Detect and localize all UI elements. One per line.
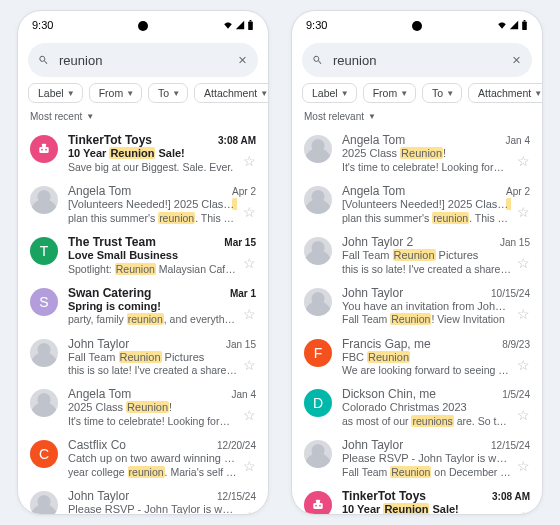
email-row[interactable]: TThe Trust TeamMar 15Love Small Business…	[18, 230, 268, 281]
star-icon[interactable]: ☆	[243, 153, 256, 169]
email-row[interactable]: TinkerTot Toys3:08 AM10 Year Reunion Sal…	[18, 128, 268, 179]
star-icon[interactable]: ☆	[243, 306, 256, 322]
star-icon[interactable]: ☆	[517, 204, 530, 220]
subject: 10 Year Reunion Sale!	[342, 503, 511, 514]
chip-from[interactable]: From▼	[89, 83, 142, 103]
subject: Colorado Christmas 2023	[342, 401, 511, 415]
sort-dropdown[interactable]: Most recent ▼	[18, 109, 268, 128]
star-icon[interactable]: ☆	[517, 509, 530, 514]
chip-label[interactable]: Label▼	[28, 83, 83, 103]
avatar[interactable]: T	[30, 237, 58, 265]
avatar[interactable]	[30, 339, 58, 367]
email-row[interactable]: John Taylor 2Jan 15Fall Team Reunion Pic…	[292, 230, 542, 281]
star-icon[interactable]: ☆	[243, 509, 256, 514]
sort-label: Most relevant	[304, 111, 364, 122]
email-row[interactable]: John Taylor12/15/24Please RSVP - John Ta…	[292, 433, 542, 484]
chip-label[interactable]: Label▼	[302, 83, 357, 103]
avatar[interactable]	[30, 491, 58, 514]
clear-icon[interactable]	[237, 52, 248, 68]
svg-point-5	[45, 149, 47, 151]
star-icon[interactable]: ☆	[517, 153, 530, 169]
email-row[interactable]: Angela TomJan 42025 Class Reunion!It's t…	[292, 128, 542, 179]
chip-to[interactable]: To▼	[422, 83, 462, 103]
email-row[interactable]: DDickson Chin, me1/5/24Colorado Christma…	[292, 382, 542, 433]
email-row[interactable]: Angela TomApr 2[Volunteers Needed!] 2025…	[18, 179, 268, 230]
chevron-down-icon: ▼	[260, 89, 268, 98]
svg-rect-8	[313, 503, 322, 509]
avatar[interactable]: F	[304, 339, 332, 367]
svg-rect-3	[42, 144, 46, 147]
signal-icon	[235, 20, 245, 30]
sender: Dickson Chin, me	[342, 387, 436, 401]
chip-attachment[interactable]: Attachment▼	[468, 83, 543, 103]
search-bar[interactable]	[302, 43, 532, 77]
email-row[interactable]: TinkerTot Toys3:08 AM10 Year Reunion Sal…	[292, 484, 542, 514]
star-icon[interactable]: ☆	[517, 357, 530, 373]
sort-dropdown[interactable]: Most relevant ▼	[292, 109, 542, 128]
sender: Angela Tom	[68, 387, 131, 401]
star-icon[interactable]: ☆	[243, 357, 256, 373]
star-icon[interactable]: ☆	[243, 407, 256, 423]
chevron-down-icon: ▼	[368, 112, 376, 121]
subject: Please RSVP - John Taylor is waiting for…	[68, 503, 237, 514]
camera-cutout	[138, 21, 148, 31]
date: 8/9/23	[502, 339, 530, 350]
search-input[interactable]	[57, 52, 229, 69]
star-icon[interactable]: ☆	[517, 306, 530, 322]
signal-icon	[509, 20, 519, 30]
sender: TinkerTot Toys	[342, 489, 426, 503]
email-row[interactable]: John Taylor10/15/24You have an invitatio…	[292, 281, 542, 332]
email-row[interactable]: Angela TomApr 2[Volunteers Needed!] 2025…	[292, 179, 542, 230]
search-icon	[312, 52, 323, 68]
avatar[interactable]: S	[30, 288, 58, 316]
date: 1/5/24	[502, 389, 530, 400]
chip-to[interactable]: To▼	[148, 83, 188, 103]
subject: You have an invitation from John Taylor!	[342, 300, 511, 314]
star-icon[interactable]: ☆	[517, 458, 530, 474]
avatar[interactable]: D	[304, 389, 332, 417]
chip-attachment[interactable]: Attachment▼	[194, 83, 269, 103]
clear-icon[interactable]	[511, 52, 522, 68]
search-input[interactable]	[331, 52, 503, 69]
date: Jan 15	[226, 339, 256, 350]
chevron-down-icon: ▼	[400, 89, 408, 98]
star-icon[interactable]: ☆	[243, 204, 256, 220]
email-row[interactable]: Angela TomJan 42025 Class Reunion!It's t…	[18, 382, 268, 433]
svg-rect-9	[316, 500, 320, 503]
star-icon[interactable]: ☆	[517, 255, 530, 271]
filter-chips: Label▼ From▼ To▼ Attachment▼	[18, 83, 268, 109]
avatar[interactable]	[30, 186, 58, 214]
snippet: as most of our reunions are. So thankful…	[342, 415, 511, 428]
avatar[interactable]	[30, 389, 58, 417]
sender: John Taylor 2	[342, 235, 413, 249]
avatar[interactable]	[304, 135, 332, 163]
svg-point-4	[41, 149, 43, 151]
avatar[interactable]	[304, 237, 332, 265]
subject: 2025 Class Reunion!	[342, 147, 511, 161]
avatar[interactable]	[304, 186, 332, 214]
star-icon[interactable]: ☆	[243, 255, 256, 271]
avatar[interactable]	[304, 288, 332, 316]
avatar[interactable]	[304, 440, 332, 468]
email-row[interactable]: FFrancis Gap, me8/9/23FBC ReunionWe are …	[292, 332, 542, 383]
email-list[interactable]: Angela TomJan 42025 Class Reunion!It's t…	[292, 128, 542, 514]
chevron-down-icon: ▼	[341, 89, 349, 98]
avatar[interactable]: C	[30, 440, 58, 468]
date: 10/15/24	[491, 288, 530, 299]
search-bar[interactable]	[28, 43, 258, 77]
subject: [Volunteers Needed!] 2025 Class Reunion	[342, 198, 511, 212]
wifi-icon	[223, 20, 233, 30]
email-list[interactable]: TinkerTot Toys3:08 AM10 Year Reunion Sal…	[18, 128, 268, 514]
email-row[interactable]: SSwan CateringMar 1Spring is coming!part…	[18, 281, 268, 332]
avatar[interactable]	[30, 135, 58, 163]
chip-from[interactable]: From▼	[363, 83, 416, 103]
subject: 2025 Class Reunion!	[68, 401, 237, 415]
avatar[interactable]	[304, 491, 332, 514]
date: Apr 2	[506, 186, 530, 197]
email-row[interactable]: CCastflix Co12/20/24Catch up on two awar…	[18, 433, 268, 484]
email-row[interactable]: John TaylorJan 15Fall Team Reunion Pictu…	[18, 332, 268, 383]
email-row[interactable]: John Taylor12/15/24Please RSVP - John Ta…	[18, 484, 268, 514]
snippet: year college reunion. Maria's self doubt…	[68, 466, 237, 479]
star-icon[interactable]: ☆	[243, 458, 256, 474]
star-icon[interactable]: ☆	[517, 407, 530, 423]
